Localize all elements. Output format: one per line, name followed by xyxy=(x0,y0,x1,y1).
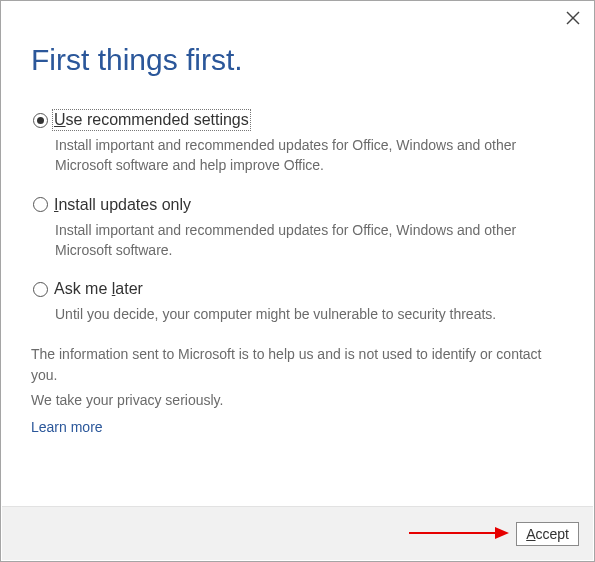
info-line-1: The information sent to Microsoft is to … xyxy=(31,344,564,386)
option-updates-only-desc: Install important and recommended update… xyxy=(55,220,564,261)
learn-more-link[interactable]: Learn more xyxy=(31,419,103,435)
radio-recommended[interactable] xyxy=(33,113,48,128)
accept-button[interactable]: Accept xyxy=(516,522,579,546)
option-recommended[interactable]: Use recommended settings Install importa… xyxy=(31,111,564,176)
option-recommended-label[interactable]: Use recommended settings xyxy=(54,111,249,129)
radio-ask-later[interactable] xyxy=(33,282,48,297)
option-ask-later[interactable]: Ask me later Until you decide, your comp… xyxy=(31,280,564,324)
option-recommended-desc: Install important and recommended update… xyxy=(55,135,564,176)
info-line-2: We take your privacy seriously. xyxy=(31,390,564,411)
option-ask-later-desc: Until you decide, your computer might be… xyxy=(55,304,564,324)
dialog-footer: Accept xyxy=(2,506,593,560)
radio-updates-only[interactable] xyxy=(33,197,48,212)
option-ask-later-label[interactable]: Ask me later xyxy=(54,280,143,298)
option-updates-only[interactable]: Install updates only Install important a… xyxy=(31,196,564,261)
option-updates-only-label[interactable]: Install updates only xyxy=(54,196,191,214)
close-icon[interactable] xyxy=(566,11,582,27)
dialog-title: First things first. xyxy=(31,43,564,77)
first-things-first-dialog: First things first. Use recommended sett… xyxy=(0,0,595,562)
